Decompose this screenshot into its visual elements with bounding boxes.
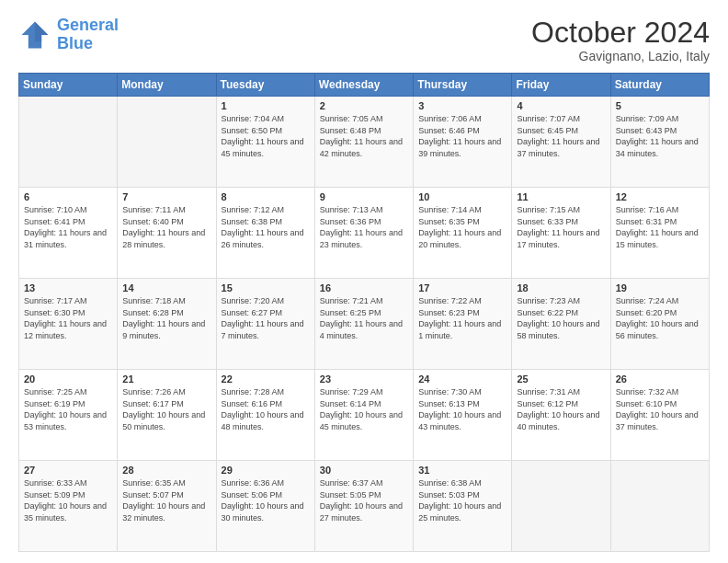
day-number: 21 xyxy=(122,373,210,385)
day-number: 27 xyxy=(24,465,112,476)
day-number: 26 xyxy=(616,373,704,385)
day-info: Sunrise: 6:36 AMSunset: 5:06 PMDaylight:… xyxy=(222,477,310,523)
header: General Blue October 2024 Gavignano, Laz… xyxy=(18,17,710,63)
calendar-cell: 22Sunrise: 7:28 AMSunset: 6:16 PMDayligh… xyxy=(216,370,314,461)
col-header-thursday: Thursday xyxy=(414,74,512,97)
day-info: Sunrise: 7:18 AMSunset: 6:28 PMDaylight:… xyxy=(122,295,210,341)
calendar-cell: 31Sunrise: 6:38 AMSunset: 5:03 PMDayligh… xyxy=(414,461,512,552)
day-info: Sunrise: 7:11 AMSunset: 6:40 PMDaylight:… xyxy=(122,204,210,250)
calendar-cell: 28Sunrise: 6:35 AMSunset: 5:07 PMDayligh… xyxy=(118,461,216,552)
day-info: Sunrise: 7:16 AMSunset: 6:31 PMDaylight:… xyxy=(616,204,704,250)
calendar-cell xyxy=(512,461,610,552)
svg-marker-1 xyxy=(35,21,48,41)
day-info: Sunrise: 7:30 AMSunset: 6:13 PMDaylight:… xyxy=(418,386,506,432)
calendar-cell: 16Sunrise: 7:21 AMSunset: 6:25 PMDayligh… xyxy=(314,279,413,370)
day-number: 8 xyxy=(222,191,310,202)
calendar-cell: 29Sunrise: 6:36 AMSunset: 5:06 PMDayligh… xyxy=(216,461,314,552)
calendar-cell xyxy=(19,97,118,188)
page: General Blue October 2024 Gavignano, Laz… xyxy=(0,0,728,563)
calendar-cell: 1Sunrise: 7:04 AMSunset: 6:50 PMDaylight… xyxy=(216,97,314,188)
day-number: 25 xyxy=(517,373,605,385)
col-header-tuesday: Tuesday xyxy=(216,74,314,97)
day-info: Sunrise: 7:14 AMSunset: 6:35 PMDaylight:… xyxy=(418,204,506,250)
col-header-sunday: Sunday xyxy=(19,74,118,97)
calendar-cell: 13Sunrise: 7:17 AMSunset: 6:30 PMDayligh… xyxy=(19,279,118,370)
calendar-cell: 27Sunrise: 6:33 AMSunset: 5:09 PMDayligh… xyxy=(19,461,118,552)
calendar-week-1: 6Sunrise: 7:10 AMSunset: 6:41 PMDaylight… xyxy=(19,188,710,279)
calendar-cell: 12Sunrise: 7:16 AMSunset: 6:31 PMDayligh… xyxy=(610,188,709,279)
logo: General Blue xyxy=(18,17,119,53)
day-info: Sunrise: 7:21 AMSunset: 6:25 PMDaylight:… xyxy=(320,295,408,341)
calendar-cell: 21Sunrise: 7:26 AMSunset: 6:17 PMDayligh… xyxy=(118,370,216,461)
calendar-cell: 3Sunrise: 7:06 AMSunset: 6:46 PMDaylight… xyxy=(414,97,512,188)
day-info: Sunrise: 6:35 AMSunset: 5:07 PMDaylight:… xyxy=(122,477,210,523)
day-number: 5 xyxy=(616,100,704,111)
day-number: 3 xyxy=(418,100,506,111)
col-header-saturday: Saturday xyxy=(610,74,709,97)
calendar-cell: 14Sunrise: 7:18 AMSunset: 6:28 PMDayligh… xyxy=(118,279,216,370)
day-number: 7 xyxy=(122,191,210,202)
calendar-week-3: 20Sunrise: 7:25 AMSunset: 6:19 PMDayligh… xyxy=(19,370,710,461)
day-number: 12 xyxy=(616,191,704,202)
calendar-cell: 15Sunrise: 7:20 AMSunset: 6:27 PMDayligh… xyxy=(216,279,314,370)
day-info: Sunrise: 6:38 AMSunset: 5:03 PMDaylight:… xyxy=(418,477,506,523)
day-number: 15 xyxy=(222,282,310,293)
day-number: 9 xyxy=(320,191,408,202)
location: Gavignano, Lazio, Italy xyxy=(531,49,710,63)
day-info: Sunrise: 7:15 AMSunset: 6:33 PMDaylight:… xyxy=(517,204,605,250)
calendar-cell: 24Sunrise: 7:30 AMSunset: 6:13 PMDayligh… xyxy=(414,370,512,461)
day-number: 31 xyxy=(418,465,506,476)
calendar-header-row: SundayMondayTuesdayWednesdayThursdayFrid… xyxy=(19,74,710,97)
day-number: 10 xyxy=(418,191,506,202)
calendar-cell: 19Sunrise: 7:24 AMSunset: 6:20 PMDayligh… xyxy=(610,279,709,370)
calendar-week-4: 27Sunrise: 6:33 AMSunset: 5:09 PMDayligh… xyxy=(19,461,710,552)
calendar-cell: 7Sunrise: 7:11 AMSunset: 6:40 PMDaylight… xyxy=(118,188,216,279)
day-info: Sunrise: 7:05 AMSunset: 6:48 PMDaylight:… xyxy=(320,113,408,159)
calendar-cell xyxy=(118,97,216,188)
day-info: Sunrise: 7:22 AMSunset: 6:23 PMDaylight:… xyxy=(418,295,506,341)
logo-text: General Blue xyxy=(57,17,119,53)
day-number: 22 xyxy=(222,373,310,385)
calendar-cell: 10Sunrise: 7:14 AMSunset: 6:35 PMDayligh… xyxy=(414,188,512,279)
calendar-cell: 4Sunrise: 7:07 AMSunset: 6:45 PMDaylight… xyxy=(512,97,610,188)
calendar-week-2: 13Sunrise: 7:17 AMSunset: 6:30 PMDayligh… xyxy=(19,279,710,370)
day-number: 23 xyxy=(320,373,408,385)
day-info: Sunrise: 7:23 AMSunset: 6:22 PMDaylight:… xyxy=(517,295,605,341)
logo-general: General xyxy=(57,16,119,34)
day-info: Sunrise: 7:31 AMSunset: 6:12 PMDaylight:… xyxy=(517,386,605,432)
day-info: Sunrise: 7:13 AMSunset: 6:36 PMDaylight:… xyxy=(320,204,408,250)
day-number: 4 xyxy=(517,100,605,111)
day-number: 20 xyxy=(24,373,112,385)
calendar-cell: 20Sunrise: 7:25 AMSunset: 6:19 PMDayligh… xyxy=(19,370,118,461)
day-number: 13 xyxy=(24,282,112,293)
day-number: 14 xyxy=(122,282,210,293)
day-info: Sunrise: 7:09 AMSunset: 6:43 PMDaylight:… xyxy=(616,113,704,159)
day-number: 29 xyxy=(222,465,310,476)
logo-icon xyxy=(18,18,51,52)
calendar-cell: 11Sunrise: 7:15 AMSunset: 6:33 PMDayligh… xyxy=(512,188,610,279)
day-info: Sunrise: 7:06 AMSunset: 6:46 PMDaylight:… xyxy=(418,113,506,159)
calendar-cell: 9Sunrise: 7:13 AMSunset: 6:36 PMDaylight… xyxy=(314,188,413,279)
day-number: 24 xyxy=(418,373,506,385)
logo-blue: Blue xyxy=(57,34,93,52)
day-info: Sunrise: 7:25 AMSunset: 6:19 PMDaylight:… xyxy=(24,386,112,432)
calendar-cell: 25Sunrise: 7:31 AMSunset: 6:12 PMDayligh… xyxy=(512,370,610,461)
day-info: Sunrise: 7:12 AMSunset: 6:38 PMDaylight:… xyxy=(222,204,310,250)
day-info: Sunrise: 6:33 AMSunset: 5:09 PMDaylight:… xyxy=(24,477,112,523)
calendar-cell: 5Sunrise: 7:09 AMSunset: 6:43 PMDaylight… xyxy=(610,97,709,188)
calendar-cell: 2Sunrise: 7:05 AMSunset: 6:48 PMDaylight… xyxy=(314,97,413,188)
calendar-cell: 8Sunrise: 7:12 AMSunset: 6:38 PMDaylight… xyxy=(216,188,314,279)
day-info: Sunrise: 7:28 AMSunset: 6:16 PMDaylight:… xyxy=(222,386,310,432)
day-info: Sunrise: 6:37 AMSunset: 5:05 PMDaylight:… xyxy=(320,477,408,523)
col-header-monday: Monday xyxy=(118,74,216,97)
day-info: Sunrise: 7:24 AMSunset: 6:20 PMDaylight:… xyxy=(616,295,704,341)
day-info: Sunrise: 7:04 AMSunset: 6:50 PMDaylight:… xyxy=(222,113,310,159)
col-header-wednesday: Wednesday xyxy=(314,74,413,97)
day-info: Sunrise: 7:17 AMSunset: 6:30 PMDaylight:… xyxy=(24,295,112,341)
calendar-table: SundayMondayTuesdayWednesdayThursdayFrid… xyxy=(18,73,710,552)
month-title: October 2024 xyxy=(531,17,710,49)
day-info: Sunrise: 7:26 AMSunset: 6:17 PMDaylight:… xyxy=(122,386,210,432)
title-block: October 2024 Gavignano, Lazio, Italy xyxy=(531,17,710,63)
calendar-cell: 18Sunrise: 7:23 AMSunset: 6:22 PMDayligh… xyxy=(512,279,610,370)
day-number: 17 xyxy=(418,282,506,293)
